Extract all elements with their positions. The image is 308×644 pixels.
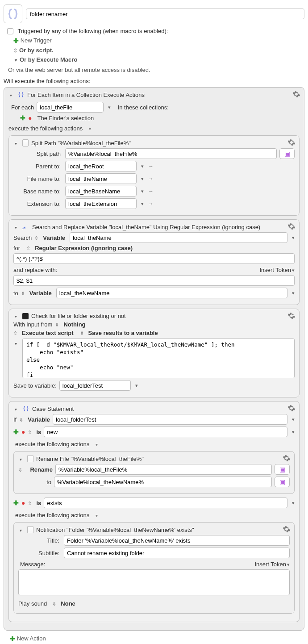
add-case-button[interactable]: ✚ bbox=[13, 428, 19, 435]
chevron-down-icon[interactable] bbox=[86, 125, 91, 132]
gear-icon[interactable] bbox=[287, 222, 296, 230]
arrow-right-icon[interactable]: → bbox=[148, 201, 154, 207]
play-sound-selector[interactable]: None bbox=[61, 600, 75, 607]
updown-icon[interactable] bbox=[28, 500, 33, 506]
or-by-execute-macro[interactable]: Or by Execute Macro bbox=[13, 56, 304, 63]
gear-icon[interactable] bbox=[283, 525, 291, 533]
add-collection-button[interactable]: ✚ bbox=[20, 114, 25, 121]
chevron-down-icon[interactable]: ▾ bbox=[141, 188, 144, 194]
notify-subtitle-input[interactable] bbox=[64, 548, 290, 558]
updown-icon[interactable] bbox=[18, 466, 24, 473]
case-value-input[interactable] bbox=[44, 498, 287, 508]
updown-icon[interactable] bbox=[52, 600, 58, 607]
chevron-down-icon[interactable] bbox=[13, 224, 20, 230]
or-by-script[interactable]: Or by script. bbox=[13, 47, 304, 54]
to-variable-input[interactable] bbox=[56, 288, 287, 298]
action-title: Search and Replace Variable "local_theNa… bbox=[32, 224, 260, 230]
if-variable-input[interactable] bbox=[53, 414, 287, 425]
action-search-replace[interactable]: 𝓍 Search and Replace Variable "local_the… bbox=[8, 219, 300, 305]
arrow-right-icon[interactable]: → bbox=[148, 188, 154, 194]
insert-token-button[interactable]: Insert Token▾ bbox=[259, 267, 295, 273]
split-path-input[interactable] bbox=[65, 148, 277, 159]
action-case-statement[interactable]: Case Statement If Variable ▾ ✚ ● is ▾ ex… bbox=[8, 401, 300, 622]
updown-icon[interactable] bbox=[80, 330, 86, 336]
remove-case-button[interactable]: ● bbox=[21, 499, 25, 506]
gear-icon[interactable] bbox=[287, 138, 296, 146]
notify-message-textarea[interactable] bbox=[18, 569, 290, 595]
new-action-button[interactable]: ✚ New Action bbox=[10, 635, 304, 642]
gear-icon[interactable] bbox=[292, 90, 300, 98]
parent-var-input[interactable] bbox=[65, 161, 137, 171]
chevron-down-icon[interactable]: ▾ bbox=[292, 235, 295, 241]
chevron-down-icon[interactable]: ▾ bbox=[108, 105, 111, 110]
case-value-input[interactable] bbox=[44, 427, 287, 437]
replace-value-input[interactable] bbox=[13, 275, 295, 286]
search-variable-input[interactable] bbox=[70, 232, 287, 243]
chevron-down-icon[interactable] bbox=[13, 313, 20, 319]
new-trigger-button[interactable]: ✚ New Trigger bbox=[13, 37, 304, 44]
chevron-down-icon[interactable]: ▾ bbox=[292, 429, 295, 435]
chevron-down-icon[interactable] bbox=[13, 406, 20, 412]
folder-picker-button[interactable]: ▣ bbox=[275, 477, 290, 487]
filename-var-input[interactable] bbox=[65, 173, 137, 184]
chevron-down-icon[interactable]: ▾ bbox=[292, 417, 295, 422]
save-mode-selector[interactable]: Save results to a variable bbox=[88, 330, 158, 336]
arrow-right-icon[interactable]: → bbox=[148, 176, 154, 182]
basename-var-input[interactable] bbox=[65, 186, 137, 197]
updown-icon[interactable] bbox=[55, 321, 61, 328]
macro-title-input[interactable] bbox=[26, 8, 304, 19]
updown-icon[interactable] bbox=[13, 330, 19, 336]
execute-mode-selector[interactable]: Execute text script bbox=[22, 330, 74, 336]
shell-script-textarea[interactable] bbox=[22, 338, 295, 378]
updown-icon[interactable] bbox=[21, 290, 27, 297]
chevron-down-icon[interactable]: ▾ bbox=[292, 290, 295, 296]
input-mode-selector[interactable]: Nothing bbox=[63, 321, 85, 328]
trigger-checkbox[interactable] bbox=[7, 28, 13, 34]
action-rename-file[interactable]: Rename File "%Variable%local_theFile%" R… bbox=[13, 451, 295, 494]
variable-kind-selector[interactable]: Variable bbox=[43, 234, 65, 241]
chevron-down-icon[interactable] bbox=[93, 512, 98, 519]
regex-mode-selector[interactable]: Regular Expression (ignoring case) bbox=[35, 245, 133, 251]
extension-var-input[interactable] bbox=[65, 198, 137, 209]
remove-collection-button[interactable]: ● bbox=[28, 114, 32, 121]
chevron-down-icon[interactable]: ▾ bbox=[141, 176, 144, 182]
gear-icon[interactable] bbox=[287, 404, 296, 412]
folder-picker-button[interactable]: ▣ bbox=[279, 148, 295, 159]
collection-item[interactable]: The Finder's selection bbox=[37, 115, 94, 121]
gear-icon[interactable] bbox=[287, 312, 296, 320]
action-shell-check[interactable]: Check for file or folder existing or not… bbox=[8, 309, 300, 397]
action-foreach[interactable]: For Each Item in a Collection Execute Ac… bbox=[4, 87, 304, 631]
notify-title-input[interactable] bbox=[64, 535, 290, 546]
chevron-down-icon[interactable]: ▾ bbox=[135, 383, 138, 389]
arrow-right-icon[interactable]: → bbox=[148, 163, 154, 169]
action-notification[interactable]: Notification "Folder '%Variable%local_th… bbox=[13, 522, 295, 614]
updown-icon[interactable] bbox=[34, 234, 40, 241]
rename-to-input[interactable] bbox=[54, 477, 272, 487]
rename-from-input[interactable] bbox=[55, 464, 272, 475]
insert-token-button[interactable]: Insert Token▾ bbox=[254, 561, 290, 568]
updown-icon[interactable] bbox=[26, 245, 32, 251]
search-pattern-input[interactable] bbox=[13, 253, 295, 264]
chevron-down-icon[interactable] bbox=[93, 441, 98, 447]
chevron-down-icon[interactable]: ▾ bbox=[141, 201, 144, 207]
save-to-var-input[interactable] bbox=[59, 380, 131, 391]
chevron-down-icon[interactable] bbox=[13, 340, 20, 347]
chevron-down-icon[interactable] bbox=[13, 140, 20, 146]
chevron-down-icon[interactable] bbox=[18, 456, 25, 462]
chevron-down-icon[interactable] bbox=[18, 527, 25, 533]
exec-actions-label: execute the following actions bbox=[15, 441, 89, 447]
to-label: to bbox=[13, 290, 18, 297]
action-split-path[interactable]: Split Path "%Variable%local_theFile%" Sp… bbox=[8, 135, 300, 216]
variable-kind-selector[interactable]: Variable bbox=[28, 416, 50, 423]
foreach-variable-input[interactable] bbox=[37, 102, 104, 113]
chevron-down-icon[interactable] bbox=[8, 92, 15, 98]
chevron-down-icon[interactable]: ▾ bbox=[292, 500, 295, 506]
chevron-down-icon[interactable]: ▾ bbox=[141, 163, 144, 169]
gear-icon[interactable] bbox=[283, 454, 291, 462]
variable-kind-selector[interactable]: Variable bbox=[29, 290, 52, 297]
updown-icon[interactable] bbox=[28, 429, 33, 435]
remove-case-button[interactable]: ● bbox=[21, 428, 25, 435]
updown-icon[interactable] bbox=[19, 416, 25, 423]
add-case-button[interactable]: ✚ bbox=[13, 499, 19, 506]
folder-picker-button[interactable]: ▣ bbox=[275, 464, 290, 475]
